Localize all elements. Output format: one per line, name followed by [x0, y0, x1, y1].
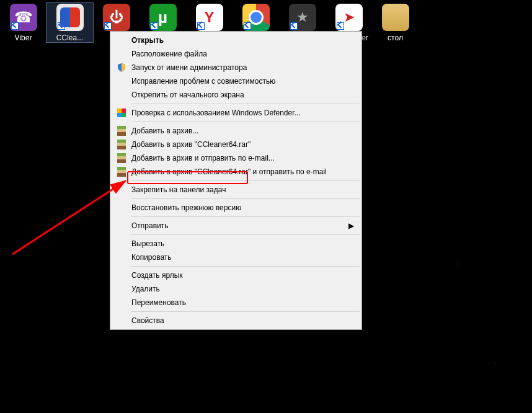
- desktop-icon-folder[interactable]: стол: [372, 2, 419, 42]
- menu-create-shortcut[interactable]: Создать ярлык: [112, 269, 360, 282]
- desktop-icon-label: CClea...: [56, 33, 83, 42]
- menu-properties[interactable]: Свойства: [112, 314, 360, 327]
- menu-add-archive-named-email[interactable]: Добавить в архив "CCleaner64.rar" и отпр…: [112, 165, 360, 179]
- shortcut-badge-icon: [151, 22, 158, 30]
- menu-delete[interactable]: Удалить: [112, 282, 360, 296]
- menu-item-label: Создать ярлык: [131, 271, 354, 280]
- menu-item-label: Расположение файла: [131, 50, 354, 58]
- desktop-icon-ccleaner[interactable]: CClea...: [47, 2, 93, 42]
- context-menu: Открыть Расположение файла Запуск от име…: [110, 31, 362, 330]
- menu-separator: [131, 122, 360, 122]
- menu-open[interactable]: Открыть: [112, 33, 360, 47]
- defender-icon: [114, 107, 129, 118]
- menu-item-label: Добавить в архив и отправить по e-mail..…: [131, 154, 354, 162]
- menu-send-to[interactable]: Отправить ▶: [112, 219, 360, 233]
- utorrent-icon: [149, 4, 177, 31]
- power-icon: [103, 4, 130, 31]
- submenu-arrow-icon: ▶: [348, 221, 354, 230]
- menu-item-label: Добавить в архив "CCleaner64.rar" и отпр…: [131, 167, 354, 176]
- menu-item-label: Отправить: [131, 221, 348, 230]
- menu-item-label: Добавить в архив "CCleaner64.rar": [131, 140, 354, 149]
- desktop-icon-label: стол: [388, 33, 403, 42]
- menu-item-label: Закрепить на панели задач: [131, 185, 354, 194]
- yandex-icon: [196, 4, 223, 31]
- shortcut-badge-icon: [104, 22, 112, 30]
- menu-item-label: Вырезать: [131, 239, 354, 248]
- menu-cut[interactable]: Вырезать: [112, 237, 360, 251]
- menu-separator: [131, 216, 360, 217]
- menu-copy[interactable]: Копировать: [112, 251, 360, 264]
- shortcut-badge-icon: [244, 22, 251, 30]
- menu-item-label: Восстановить прежнюю версию: [131, 203, 354, 212]
- menu-separator: [131, 311, 360, 312]
- menu-unpin-start[interactable]: Открепить от начального экрана: [112, 88, 360, 102]
- menu-item-label: Открепить от начального экрана: [131, 91, 354, 99]
- menu-separator: [131, 234, 360, 235]
- chrome-icon: [242, 4, 270, 31]
- menu-item-label: Добавить в архив...: [131, 127, 354, 135]
- menu-pin-taskbar[interactable]: Закрепить на панели задач: [112, 183, 360, 197]
- shortcut-badge-icon: [58, 22, 65, 30]
- menu-item-label: Свойства: [131, 316, 354, 325]
- wot-icon: [289, 4, 316, 31]
- shield-icon: [114, 62, 129, 73]
- shortcut-badge-icon: [337, 22, 344, 30]
- shortcut-badge-icon: [197, 22, 205, 30]
- viber-icon: [10, 4, 37, 31]
- menu-troubleshoot[interactable]: Исправление проблем с совместимостью: [112, 74, 360, 88]
- desktop-icon-viber[interactable]: Viber: [0, 2, 47, 42]
- menu-run-as-admin[interactable]: Запуск от имени администратора: [112, 61, 360, 74]
- menu-item-label: Удалить: [131, 285, 354, 293]
- folder-icon: [382, 4, 409, 31]
- shortcut-badge-icon: [11, 22, 19, 30]
- menu-file-location[interactable]: Расположение файла: [112, 47, 360, 61]
- menu-item-label: Исправление проблем с совместимостью: [131, 77, 354, 86]
- menu-item-label: Проверка с использованием Windows Defend…: [131, 109, 354, 117]
- rar-icon: [114, 166, 129, 177]
- menu-restore-previous[interactable]: Восстановить прежнюю версию: [112, 201, 360, 215]
- menu-add-archive[interactable]: Добавить в архив...: [112, 124, 360, 138]
- ccleaner-icon: [56, 4, 84, 31]
- menu-item-label: Копировать: [131, 253, 354, 262]
- rar-icon: [114, 153, 129, 164]
- game-center-icon: [335, 4, 363, 31]
- menu-item-label: Открыть: [131, 36, 354, 45]
- menu-separator: [131, 198, 360, 199]
- desktop-icon-label: Viber: [15, 33, 32, 42]
- menu-separator: [131, 180, 360, 181]
- menu-defender-scan[interactable]: Проверка с использованием Windows Defend…: [112, 106, 360, 120]
- menu-separator: [131, 104, 360, 104]
- shortcut-badge-icon: [290, 22, 298, 30]
- menu-rename[interactable]: Переименовать: [112, 296, 360, 309]
- menu-item-label: Переименовать: [131, 298, 354, 307]
- svg-line-0: [12, 181, 125, 254]
- rar-icon: [114, 139, 129, 150]
- menu-item-label: Запуск от имени администратора: [131, 63, 354, 72]
- menu-add-archive-named[interactable]: Добавить в архив "CCleaner64.rar": [112, 138, 360, 151]
- menu-add-archive-email[interactable]: Добавить в архив и отправить по e-mail..…: [112, 151, 360, 165]
- menu-separator: [131, 266, 360, 267]
- rar-icon: [114, 125, 129, 136]
